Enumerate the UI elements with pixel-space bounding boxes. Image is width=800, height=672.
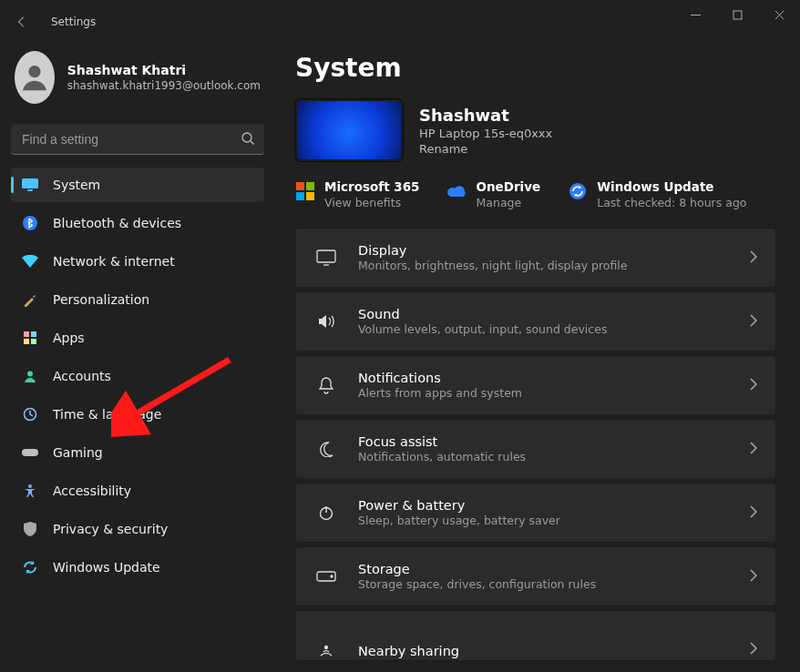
sidebar-item-label: Accounts <box>53 369 111 383</box>
row-focus[interactable]: Focus assistNotifications, automatic rul… <box>295 419 776 479</box>
minimize-button[interactable] <box>674 0 716 29</box>
privacy-icon <box>22 521 38 537</box>
bluetooth-icon <box>22 215 38 231</box>
tile-m365[interactable]: Microsoft 365View benefits <box>295 179 420 209</box>
sidebar-item-privacy[interactable]: Privacy & security <box>11 512 264 546</box>
svg-point-1 <box>28 66 40 77</box>
sidebar-item-label: Bluetooth & devices <box>53 216 181 230</box>
page-title: System <box>295 53 776 83</box>
chevron-right-icon <box>750 504 757 522</box>
row-power[interactable]: Power & batterySleep, battery usage, bat… <box>295 483 776 543</box>
svg-point-18 <box>569 183 586 199</box>
onedrive-icon <box>447 181 467 201</box>
row-sub: Notifications, automatic rules <box>358 450 526 463</box>
row-sound[interactable]: SoundVolume levels, output, input, sound… <box>295 291 776 351</box>
row-title: Sound <box>358 307 607 321</box>
chevron-right-icon <box>750 568 757 585</box>
sidebar: Shashwat Khatri shashwat.khatri1993@outl… <box>0 44 275 672</box>
sidebar-item-gaming[interactable]: Gaming <box>11 435 264 470</box>
accessibility-icon <box>22 483 38 499</box>
nearby-icon <box>314 644 338 658</box>
row-notif[interactable]: NotificationsAlerts from apps and system <box>295 355 776 415</box>
sound-icon <box>314 313 338 330</box>
sidebar-item-personalization[interactable]: Personalization <box>11 282 264 317</box>
svg-point-10 <box>27 372 33 377</box>
chevron-right-icon <box>750 641 757 658</box>
sidebar-item-accessibility[interactable]: Accessibility <box>11 473 264 508</box>
sidebar-item-bluetooth[interactable]: Bluetooth & devices <box>11 206 264 240</box>
network-icon <box>22 253 38 270</box>
sidebar-item-label: Apps <box>53 331 85 345</box>
window-controls <box>674 0 800 29</box>
sidebar-item-apps[interactable]: Apps <box>11 321 264 355</box>
svg-point-2 <box>242 133 251 142</box>
device-thumbnail[interactable] <box>295 99 403 161</box>
svg-rect-7 <box>31 331 36 337</box>
nav-list: SystemBluetooth & devicesNetwork & inter… <box>11 168 264 585</box>
svg-point-23 <box>325 647 328 649</box>
focus-icon <box>314 441 338 457</box>
sidebar-item-time[interactable]: Time & language <box>11 397 264 432</box>
sidebar-item-accounts[interactable]: Accounts <box>11 359 264 393</box>
svg-point-13 <box>28 484 32 488</box>
svg-point-22 <box>331 575 333 577</box>
storage-icon <box>314 571 338 582</box>
search-input[interactable] <box>11 124 264 155</box>
tile-sub: Manage <box>477 196 541 209</box>
apps-icon <box>22 330 38 346</box>
tile-sub: View benefits <box>324 196 420 209</box>
tiles-row: Microsoft 365View benefitsOneDriveManage… <box>295 179 776 209</box>
maximize-button[interactable] <box>716 0 758 29</box>
row-storage[interactable]: StorageStorage space, drives, configurat… <box>295 546 776 606</box>
chevron-right-icon <box>750 313 757 331</box>
gaming-icon <box>22 444 38 461</box>
row-sub: Alerts from apps and system <box>358 386 522 400</box>
sidebar-item-network[interactable]: Network & internet <box>11 244 264 279</box>
personalization-icon <box>22 291 38 308</box>
wu-icon <box>568 181 588 201</box>
profile-email: shashwat.khatri1993@outlook.com <box>67 79 261 92</box>
row-display[interactable]: DisplayMonitors, brightness, night light… <box>295 228 776 288</box>
row-title: Power & battery <box>358 498 560 513</box>
device-name: Shashwat <box>419 106 552 125</box>
sidebar-item-label: Time & language <box>53 407 161 422</box>
sidebar-item-label: System <box>53 178 100 192</box>
row-title: Display <box>358 243 627 258</box>
profile-block[interactable]: Shashwat Khatri shashwat.khatri1993@outl… <box>11 44 264 120</box>
system-icon <box>22 177 38 193</box>
svg-rect-17 <box>306 192 314 200</box>
svg-rect-9 <box>31 339 36 344</box>
tile-wu[interactable]: Windows UpdateLast checked: 8 hours ago <box>568 179 746 209</box>
time-icon <box>22 406 38 423</box>
window-title: Settings <box>51 15 96 28</box>
settings-rows: DisplayMonitors, brightness, night light… <box>295 228 776 661</box>
close-button[interactable] <box>758 0 800 29</box>
power-icon <box>314 504 338 521</box>
m365-icon <box>295 181 315 201</box>
chevron-right-icon <box>750 441 757 458</box>
sidebar-item-label: Windows Update <box>53 560 160 575</box>
row-title: Notifications <box>358 371 522 385</box>
svg-rect-6 <box>24 331 29 337</box>
tile-sub: Last checked: 8 hours ago <box>597 196 746 209</box>
back-button[interactable] <box>9 9 35 35</box>
tile-onedrive[interactable]: OneDriveManage <box>447 179 541 209</box>
rename-link[interactable]: Rename <box>419 142 552 156</box>
svg-rect-12 <box>22 449 38 456</box>
notif-icon <box>314 376 338 394</box>
row-sub: Monitors, brightness, night light, displ… <box>358 259 627 272</box>
sidebar-item-label: Accessibility <box>53 484 131 498</box>
row-sub: Volume levels, output, input, sound devi… <box>358 322 607 336</box>
profile-name: Shashwat Khatri <box>67 63 261 77</box>
sidebar-item-update[interactable]: Windows Update <box>11 550 264 585</box>
tile-title: OneDrive <box>477 179 541 194</box>
svg-rect-3 <box>22 178 38 188</box>
row-title: Focus assist <box>358 434 526 449</box>
row-nearby[interactable]: Nearby sharing <box>295 610 776 661</box>
sidebar-item-system[interactable]: System <box>11 168 264 202</box>
row-title: Storage <box>358 562 596 576</box>
svg-rect-19 <box>317 250 335 262</box>
search-icon <box>241 131 255 146</box>
row-title: Nearby sharing <box>358 644 459 658</box>
svg-rect-4 <box>27 189 33 191</box>
